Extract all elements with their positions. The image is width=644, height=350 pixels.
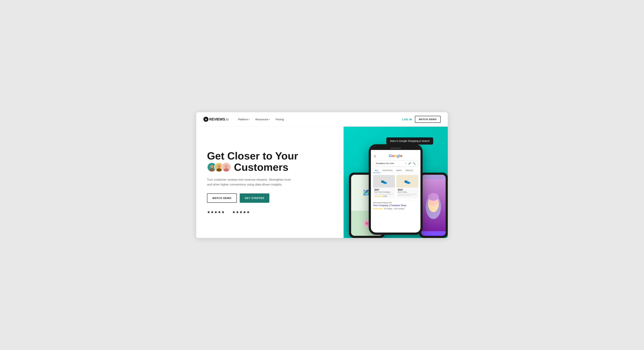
star-rating-1: ★★★★★ — [207, 210, 225, 214]
hero-subtitle: Turn customer reviews into revenue strea… — [207, 177, 293, 187]
phone-right — [419, 173, 448, 238]
product-source-2: from Comp... — [398, 191, 417, 193]
nav-platform[interactable]: Platform ▾ — [236, 116, 252, 122]
product-stars-1: ★★★★ — [374, 195, 381, 197]
google-header: ☰ Google — [373, 152, 418, 160]
avatar-group — [207, 162, 231, 172]
navbar: ★ REVIEWS.io Platform ▾ Resources ▾ Pric… — [196, 112, 448, 127]
product-price-2: $310 — [398, 189, 417, 191]
phone-screen: ☰ Google Sneakers for men ✕ 🎤 — [371, 146, 420, 233]
half-star-icon — [381, 195, 383, 197]
chevron-down-icon: ▾ — [269, 118, 270, 120]
hamburger-icon: ☰ — [374, 155, 376, 158]
product-info-2: $310 from Comp... — [396, 187, 418, 197]
tab-all[interactable]: ALL — [373, 168, 380, 173]
mic-icon[interactable]: 🎤 — [408, 162, 411, 165]
nav-right: LOG IN WATCH DEMO — [402, 116, 440, 123]
logo[interactable]: ★ REVIEWS.io — [204, 117, 228, 122]
result-rating-text: 4.9 rating · 142 reviews — [384, 208, 404, 210]
product-price-1: $327 — [374, 189, 394, 191]
svg-point-13 — [428, 193, 439, 201]
search-icon[interactable]: 🔍 — [412, 162, 416, 165]
hero-title: Get Closer to Your — [207, 150, 336, 173]
get-started-button[interactable]: GET STARTED — [240, 193, 269, 203]
search-query: Sneakers for men — [376, 162, 405, 165]
stars-row: ★★★★★ ★★★★★ — [207, 210, 336, 214]
logo-text: REVIEWS.io — [209, 117, 228, 121]
svg-point-1 — [210, 165, 214, 168]
search-tabs: ALL SHOPPING MAPS IMAGES — [373, 168, 418, 173]
tab-shopping[interactable]: SHOPPING — [380, 168, 394, 173]
logo-star-icon: ★ — [204, 117, 208, 122]
hero-right: Stars in Google Shopping & Search 🗺️ 🌸 — [344, 127, 448, 238]
google-logo: Google — [389, 154, 402, 158]
result-rating-row: ★★★★★ 4.9 rating · 142 reviews — [373, 207, 418, 210]
nav-pricing[interactable]: Pricing — [274, 116, 286, 122]
product-image-2: 👟 — [396, 175, 418, 187]
star-rating-2: ★★★★★ — [232, 210, 250, 214]
phone-notch — [371, 146, 420, 150]
search-icons: ✕ 🎤 🔍 — [405, 162, 416, 165]
clear-icon[interactable]: ✕ — [405, 162, 407, 165]
stars-group-2: ★★★★★ — [232, 210, 250, 214]
product-source-1: from Your Company — [374, 191, 394, 193]
result-title[interactable]: Your Company | Footwear Shop — [373, 204, 418, 207]
product-card-2: 👟 $310 from Comp... — [396, 175, 418, 198]
hero-buttons: WATCH DEMO GET STARTED — [207, 193, 336, 203]
search-result: www.yourcompany.com Your Company | Footw… — [373, 200, 418, 211]
browser-window: ★ REVIEWS.io Platform ▾ Resources ▾ Pric… — [196, 112, 448, 238]
google-search-ui: ☰ Google Sneakers for men ✕ 🎤 — [371, 150, 420, 214]
tooltip-bubble: Stars in Google Shopping & Search — [386, 137, 433, 145]
result-stars: ★★★★★ — [373, 207, 383, 210]
nav-links: Platform ▾ Resources ▾ Pricing — [236, 116, 402, 122]
person-image — [421, 175, 446, 236]
watch-demo-button[interactable]: WATCH DEMO — [207, 193, 237, 203]
stars-group-1: ★★★★★ — [207, 210, 225, 214]
tab-maps[interactable]: MAPS — [394, 168, 404, 173]
chevron-down-icon: ▾ — [249, 118, 250, 120]
watch-demo-nav-button[interactable]: WATCH DEMO — [415, 116, 440, 123]
nav-resources[interactable]: Resources ▾ — [253, 116, 272, 122]
login-button[interactable]: LOG IN — [402, 118, 412, 121]
result-url: www.yourcompany.com — [373, 202, 418, 204]
product-grid: 👟 $327 from Your Company ★★★★ — [373, 175, 418, 198]
product-info-1: $327 from Your Company ★★★★ (142) — [373, 187, 395, 198]
product-card-1: 👟 $327 from Your Company ★★★★ — [373, 175, 395, 198]
tab-images[interactable]: IMAGES — [404, 168, 415, 173]
search-bar[interactable]: Sneakers for men ✕ 🎤 🔍 — [373, 160, 418, 166]
hero-section: Get Closer to Your — [196, 127, 448, 238]
product-image-1: 👟 — [373, 175, 395, 187]
phone-mockup: ☰ Google Sneakers for men ✕ 🎤 — [369, 144, 422, 235]
avatar — [222, 162, 231, 172]
hero-left: Get Closer to Your — [196, 127, 344, 238]
svg-point-4 — [218, 165, 221, 168]
product-review-count: (142) — [383, 195, 387, 197]
svg-point-7 — [224, 165, 228, 168]
